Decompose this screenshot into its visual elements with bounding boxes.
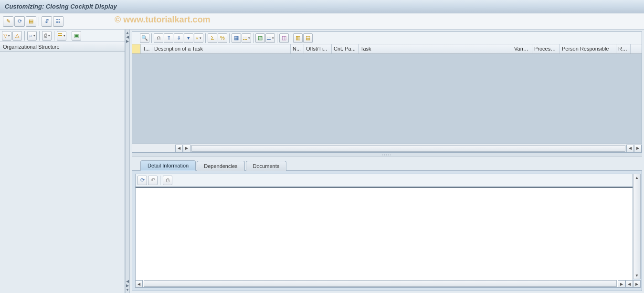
separator <box>54 31 54 41</box>
window-title: Customizing: Closing Cockpit Display <box>5 3 117 10</box>
org-structure-label: Organizational Structure <box>3 44 60 50</box>
col-variant[interactable]: Varia... <box>512 44 532 53</box>
tab-documents[interactable]: Documents <box>246 161 287 171</box>
scroll-left-icon[interactable]: ◀ <box>175 145 183 152</box>
application-toolbar: ✎ ⟳ ▤ ⇵ ☷ © www.tutorialkart.com <box>0 13 644 30</box>
col-n[interactable]: N... <box>291 44 304 53</box>
org-structure-tree[interactable] <box>0 52 125 293</box>
find-icon[interactable]: ⌕▾ <box>27 31 37 41</box>
col-task[interactable]: Task <box>359 44 512 53</box>
right-panel: 🔍 ⎙ ⇑ ⇓ ▾ ▿▾ Σ % ▦ ☷▾ ▧ ☳▾ ◫ ▥ ▤ <box>130 30 644 293</box>
col-person-responsible[interactable]: Person Responsible <box>560 44 616 53</box>
left-toolbar: ▽▾ △ ⌕▾ ⎙▾ ☰▾ ▣ <box>0 30 125 42</box>
scroll-right-icon[interactable]: ▶ <box>618 280 625 288</box>
document-icon[interactable]: ▤ <box>26 16 36 27</box>
scroll-up-icon[interactable]: ▲ <box>633 174 640 181</box>
grid-body[interactable] <box>132 54 642 144</box>
detail-panel: ⟳ ↶ ⎙ ▲ ▼ ◀ ▶ ◀ ▶ <box>132 171 642 291</box>
create-icon[interactable]: ▣ <box>72 31 81 41</box>
vertical-splitter[interactable]: ▲◀▶ ◀▶▼ <box>125 30 130 293</box>
scroll-right-end-icon[interactable]: ▶ <box>633 280 641 288</box>
layout-icon[interactable]: ☷▾ <box>242 33 251 43</box>
select-layout-icon[interactable]: ▥ <box>293 33 303 43</box>
hierarchy-icon[interactable]: ⇵ <box>42 16 52 27</box>
separator <box>160 176 160 185</box>
details-icon[interactable]: 🔍 <box>140 33 149 43</box>
scroll-left-end-icon[interactable]: ◀ <box>625 280 633 288</box>
scroll-left-end-icon[interactable]: ◀ <box>626 145 634 152</box>
detail-inner: ⟳ ↶ ⎙ <box>135 174 633 288</box>
separator <box>69 31 69 41</box>
print-icon[interactable]: ⎙ <box>163 176 172 185</box>
columns-icon[interactable]: ☳▾ <box>265 33 275 43</box>
organizational-structure-panel: ▽▾ △ ⌕▾ ⎙▾ ☰▾ ▣ Organizational Structure <box>0 30 125 293</box>
task-grid: 🔍 ⎙ ⇑ ⇓ ▾ ▿▾ Σ % ▦ ☷▾ ▧ ☳▾ ◫ ▥ ▤ <box>132 31 642 153</box>
separator <box>229 33 230 43</box>
layout-icon[interactable]: ☷ <box>53 16 63 27</box>
sort-asc-icon[interactable]: ⇑ <box>164 33 173 43</box>
grid-column-headers: T... Description of a Task N... Offst/Ti… <box>132 44 642 54</box>
back-icon[interactable]: ↶ <box>148 176 158 185</box>
col-processor[interactable]: Processor <box>532 44 560 53</box>
tab-detail-information[interactable]: Detail Information <box>140 160 196 171</box>
title-bar: Customizing: Closing Cockpit Display <box>0 0 644 13</box>
horizontal-splitter[interactable]: ::::: <box>132 153 642 157</box>
grid-horizontal-scrollbar[interactable]: ◀ ▶ ◀ ▶ <box>132 144 642 152</box>
col-offset[interactable]: Offst/Ti... <box>304 44 332 53</box>
sum-icon[interactable]: Σ <box>208 33 217 43</box>
scroll-left-icon[interactable]: ◀ <box>135 280 143 288</box>
scrollbar-track[interactable] <box>144 280 617 287</box>
subtotal-icon[interactable]: % <box>218 33 227 43</box>
scroll-right-end-icon[interactable]: ▶ <box>634 145 642 152</box>
grid-toolbar: 🔍 ⎙ ⇑ ⇓ ▾ ▿▾ Σ % ▦ ☷▾ ▧ ☳▾ ◫ ▥ ▤ <box>132 32 642 44</box>
refresh-icon[interactable]: ⟳ <box>137 176 147 185</box>
separator <box>39 31 40 41</box>
left-panel-header: Organizational Structure <box>0 42 125 52</box>
expand-icon[interactable]: △ <box>12 31 22 41</box>
detail-horizontal-scrollbar[interactable]: ◀ ▶ ◀ ▶ <box>135 280 641 288</box>
sort-desc-icon[interactable]: ⇓ <box>174 33 183 43</box>
scroll-right-icon[interactable]: ▶ <box>183 145 190 152</box>
print-icon[interactable]: ⎙ <box>154 33 163 43</box>
watermark: © www.tutorialkart.com <box>115 15 211 25</box>
separator <box>253 33 253 43</box>
filter-icon[interactable]: ▾ <box>184 33 193 43</box>
export-list-icon[interactable]: ▦ <box>232 33 241 43</box>
excel-icon[interactable]: ▧ <box>255 33 265 43</box>
collapse-icon[interactable]: ▽▾ <box>2 31 11 41</box>
wrench-icon[interactable]: ✎ <box>3 16 13 27</box>
detail-body[interactable] <box>136 187 633 287</box>
detail-toolbar: ⟳ ↶ ⎙ <box>136 174 633 187</box>
refresh-icon[interactable]: ⟳ <box>14 16 25 27</box>
separator <box>24 31 25 41</box>
col-ro[interactable]: Ro... <box>616 44 631 53</box>
filter-set-icon[interactable]: ▿▾ <box>194 33 203 43</box>
tab-dependencies[interactable]: Dependencies <box>197 161 244 171</box>
separator <box>39 17 39 26</box>
separator <box>151 33 152 43</box>
col-critical-path[interactable]: Crit. Pa... <box>332 44 359 53</box>
save-layout-icon[interactable]: ▤ <box>303 33 313 43</box>
print-icon[interactable]: ⎙▾ <box>42 31 52 41</box>
export-icon[interactable]: ☰▾ <box>57 31 66 41</box>
col-type[interactable]: T... <box>141 44 152 53</box>
scroll-down-icon[interactable]: ▼ <box>633 272 640 279</box>
scrollbar-track[interactable] <box>191 145 625 152</box>
separator <box>205 33 206 43</box>
col-description[interactable]: Description of a Task <box>152 44 291 53</box>
detail-tabs: Detail Information Dependencies Document… <box>132 159 642 171</box>
detail-vertical-scrollbar[interactable]: ▲ ▼ <box>633 174 641 279</box>
display-graphic-icon[interactable]: ◫ <box>279 33 289 43</box>
separator <box>291 33 291 43</box>
separator <box>277 33 277 43</box>
col-select[interactable] <box>132 44 141 53</box>
workspace: ▽▾ △ ⌕▾ ⎙▾ ☰▾ ▣ Organizational Structure… <box>0 30 644 293</box>
